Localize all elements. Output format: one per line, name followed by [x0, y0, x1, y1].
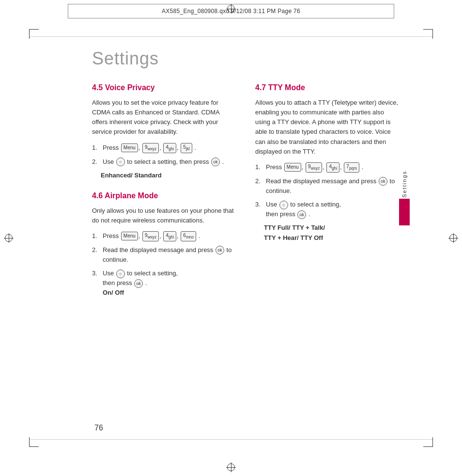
section-46-heading: 4.6 Airplane Mode: [92, 191, 236, 200]
section-45-heading: 4.5 Voice Privacy: [92, 83, 236, 92]
key-9: 9wxyz: [142, 143, 159, 153]
spacer-45-46: [92, 181, 236, 191]
section-46-body: Only allows you to use features on your …: [92, 206, 236, 225]
key-9-46: 9wxyz: [142, 231, 159, 241]
key-menu: Menu: [121, 143, 138, 152]
sidebar-label-container: Settings: [399, 145, 410, 223]
step-content-46-1: Press Menu, 9wxyz, 4ghi, 6mno .: [103, 231, 236, 241]
ok-circle-47-3: ok: [297, 210, 306, 219]
key-menu-47: Menu: [284, 163, 301, 172]
page-title: Settings: [92, 48, 399, 69]
right-column: 4.7 TTY Mode Allows you to attach a TTY …: [255, 83, 399, 302]
left-column: 4.5 Voice Privacy Allows you to set the …: [92, 83, 236, 302]
section-47-step2: 2. Read the displayed message and press …: [255, 176, 399, 196]
corner-mark-tr: [418, 29, 433, 44]
section-46-step1: 1. Press Menu, 9wxyz, 4ghi, 6mno .: [92, 231, 236, 241]
cross-top: [226, 4, 236, 14]
section-46-step3: 3. Use ○ to select a setting, then press…: [92, 269, 236, 298]
key-4: 4ghi: [163, 143, 176, 153]
section-47-options: TTY Full/ TTY + Talk/ TTY + Hear/ TTY Of…: [264, 223, 399, 243]
bottom-rule: [29, 439, 433, 440]
key-5: 5jkl: [181, 143, 192, 153]
corner-mark-br: [418, 432, 433, 447]
section-47-body: Allows you to attach a TTY (Teletype wri…: [255, 98, 399, 157]
step-content-47-2: Read the displayed message and press ok …: [266, 176, 399, 196]
ok-circle-46-3: ok: [134, 279, 143, 288]
sidebar-text: Settings: [401, 171, 407, 198]
ok-circle-46-2: ok: [216, 246, 224, 254]
step-number-47-3: 3.: [255, 200, 264, 209]
step-number-46-2: 2.: [92, 245, 101, 255]
ok-circle: ok: [211, 158, 220, 166]
step-content-46-2: Read the displayed message and press ok …: [103, 245, 236, 265]
section-45-body: Allows you to set the voice privacy feat…: [92, 98, 236, 137]
key-9-47: 9wxyz: [306, 162, 322, 173]
step-content: Press Menu, 9wxyz, 4ghi, 5jkl .: [103, 143, 236, 153]
section-46-step2: 2. Read the displayed message and press …: [92, 245, 236, 265]
step-number-47-1: 1.: [255, 162, 264, 172]
section-45-step2: 2. Use ○ to select a setting, then press…: [92, 157, 236, 167]
section-45-step1: 1. Press Menu, 9wxyz, 4ghi, 5jkl .: [92, 143, 236, 153]
section-45-options: Enhanced/ Standard: [101, 171, 236, 181]
ok-circle-47-2: ok: [379, 177, 387, 186]
key-6-46: 6mno: [181, 231, 196, 241]
section-45: 4.5 Voice Privacy Allows you to set the …: [92, 83, 236, 181]
top-rule: [29, 36, 433, 37]
section-47: 4.7 TTY Mode Allows you to attach a TTY …: [255, 83, 399, 243]
step-number-46-1: 1.: [92, 231, 101, 241]
section-47-step1: 1. Press Menu, 9wxyz, 4ghi, 7pqrs .: [255, 162, 399, 173]
step-number: 1.: [92, 143, 101, 153]
cross-left: [4, 233, 14, 243]
cross-right: [448, 233, 458, 243]
section-47-heading: 4.7 TTY Mode: [255, 83, 399, 92]
step-content-47-1: Press Menu, 9wxyz, 4ghi, 7pqrs .: [266, 162, 399, 173]
nav-circle: ○: [116, 158, 125, 166]
section-46-options: On/ Off: [103, 289, 124, 296]
step-content-47-3: Use ○ to select a setting, then press ok…: [266, 200, 399, 219]
step-content-46-3: Use ○ to select a setting, then press ok…: [103, 269, 236, 298]
page-container: AX585_Eng_080908.qxd 9/12/08 3:11 PM Pag…: [0, 0, 462, 476]
two-column-layout: 4.5 Voice Privacy Allows you to set the …: [92, 83, 399, 302]
key-4-46: 4ghi: [163, 231, 176, 241]
key-menu-46: Menu: [121, 232, 138, 240]
cross-bottom: [226, 462, 236, 472]
key-7-47: 7pqrs: [344, 162, 359, 173]
step-number-47-2: 2.: [255, 176, 264, 186]
corner-mark-bl: [29, 432, 44, 447]
step-number-2: 2.: [92, 157, 101, 167]
corner-mark-tl: [29, 29, 44, 44]
step-number-46-3: 3.: [92, 269, 101, 278]
section-47-step3: 3. Use ○ to select a setting, then press…: [255, 200, 399, 219]
step-content-2: Use ○ to select a setting, then press ok…: [103, 157, 236, 167]
key-4-47: 4ghi: [326, 162, 339, 173]
section-46: 4.6 Airplane Mode Only allows you to use…: [92, 191, 236, 298]
nav-circle-46: ○: [116, 270, 125, 278]
content-area: Settings 4.5 Voice Privacy Allows you to…: [92, 48, 399, 437]
nav-circle-47: ○: [279, 201, 288, 209]
